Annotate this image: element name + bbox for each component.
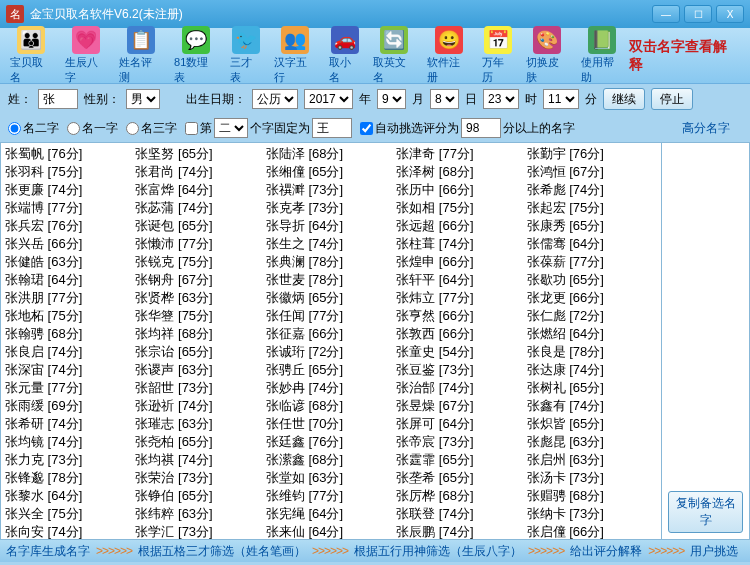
toolbar-取英文名[interactable]: 🔄取英文名 [367, 24, 422, 87]
minimize-button[interactable]: — [652, 5, 680, 23]
minute-select[interactable]: 11 [543, 89, 579, 109]
name-item[interactable]: 张勤宇 [76分] [527, 145, 657, 163]
name-item[interactable]: 张堂如 [63分] [266, 469, 396, 487]
name-item[interactable]: 张翰珺 [64分] [5, 271, 135, 289]
name-item[interactable]: 张诞包 [65分] [135, 217, 265, 235]
name-item[interactable]: 张诚珩 [72分] [266, 343, 396, 361]
name-item[interactable]: 张赗骋 [68分] [527, 487, 657, 505]
name-item[interactable]: 张黎水 [64分] [5, 487, 135, 505]
close-button[interactable]: X [716, 5, 744, 23]
name-item[interactable]: 张君尚 [74分] [135, 163, 265, 181]
name-item[interactable]: 张向安 [74分] [5, 523, 135, 540]
name-item[interactable]: 张学汇 [73分] [135, 523, 265, 540]
name-item[interactable]: 张达康 [74分] [527, 361, 657, 379]
name-item[interactable]: 张治郜 [74分] [396, 379, 526, 397]
name-item[interactable]: 张汤卡 [73分] [527, 469, 657, 487]
name-item[interactable]: 张任世 [70分] [266, 415, 396, 433]
name-item[interactable]: 张屏可 [64分] [396, 415, 526, 433]
month-select[interactable]: 9 [377, 89, 406, 109]
name-item[interactable]: 张龙更 [66分] [527, 289, 657, 307]
name-item[interactable]: 张坚努 [65分] [135, 145, 265, 163]
name-item[interactable]: 张均祺 [74分] [135, 451, 265, 469]
name-item[interactable]: 张逊祈 [74分] [135, 397, 265, 415]
name-item[interactable]: 张树礼 [65分] [527, 379, 657, 397]
fix-char-input[interactable] [312, 118, 352, 138]
name-item[interactable]: 张如相 [75分] [396, 199, 526, 217]
name-item[interactable]: 张临谚 [68分] [266, 397, 396, 415]
auto-score-input[interactable] [461, 118, 501, 138]
name-item[interactable]: 张典澜 [78分] [266, 253, 396, 271]
year-select[interactable]: 2017 [304, 89, 353, 109]
name-item[interactable]: 张豆鉴 [73分] [396, 361, 526, 379]
name-item[interactable]: 张纬粹 [63分] [135, 505, 265, 523]
name-item[interactable]: 张亨然 [66分] [396, 307, 526, 325]
name-item[interactable]: 张更廉 [74分] [5, 181, 135, 199]
name-item[interactable]: 张苾蒲 [74分] [135, 199, 265, 217]
name-item[interactable]: 张健皓 [63分] [5, 253, 135, 271]
name-item[interactable]: 张起宏 [75分] [527, 199, 657, 217]
name-item[interactable]: 张敦西 [66分] [396, 325, 526, 343]
name-item[interactable]: 张兴岳 [66分] [5, 235, 135, 253]
name-item[interactable]: 张深宙 [74分] [5, 361, 135, 379]
name-item[interactable]: 张兴全 [75分] [5, 505, 135, 523]
name-item[interactable]: 张康秀 [65分] [527, 217, 657, 235]
name-item[interactable]: 张廷鑫 [76分] [266, 433, 396, 451]
checkbox-auto-filter[interactable] [360, 122, 373, 135]
toolbar-姓名评测[interactable]: 📋姓名评测 [113, 24, 168, 87]
toolbar-汉字五行[interactable]: 👥汉字五行 [268, 24, 323, 87]
toolbar-取小名[interactable]: 🚗取小名 [323, 24, 367, 87]
toolbar-切换皮肤[interactable]: 🎨切换皮肤 [520, 24, 575, 87]
name-item[interactable]: 张导折 [64分] [266, 217, 396, 235]
name-item[interactable]: 张昱燥 [67分] [396, 397, 526, 415]
name-item[interactable]: 张世麦 [78分] [266, 271, 396, 289]
name-item[interactable]: 张泽树 [68分] [396, 163, 526, 181]
name-item[interactable]: 张维钧 [77分] [266, 487, 396, 505]
name-item[interactable]: 张煌申 [66分] [396, 253, 526, 271]
name-item[interactable]: 张锋邈 [78分] [5, 469, 135, 487]
name-item[interactable]: 张启州 [63分] [527, 451, 657, 469]
name-item[interactable]: 张地柘 [75分] [5, 307, 135, 325]
calendar-select[interactable]: 公历 [252, 89, 298, 109]
name-item[interactable]: 张力克 [73分] [5, 451, 135, 469]
name-item[interactable]: 张羽科 [75分] [5, 163, 135, 181]
name-item[interactable]: 张兵宏 [76分] [5, 217, 135, 235]
name-item[interactable]: 张柱葺 [74分] [396, 235, 526, 253]
name-item[interactable]: 张华簦 [75分] [135, 307, 265, 325]
toolbar-宝贝取名[interactable]: 👪宝贝取名 [4, 24, 59, 87]
name-item[interactable]: 张启僮 [66分] [527, 523, 657, 540]
name-item[interactable]: 张征嘉 [66分] [266, 325, 396, 343]
name-item[interactable]: 张骋丘 [65分] [266, 361, 396, 379]
name-item[interactable]: 张潆鑫 [68分] [266, 451, 396, 469]
pos-select[interactable]: 二 [214, 118, 248, 138]
day-select[interactable]: 8 [430, 89, 459, 109]
name-item[interactable]: 张帝宸 [73分] [396, 433, 526, 451]
name-item[interactable]: 张任闻 [77分] [266, 307, 396, 325]
name-item[interactable]: 张宪绳 [64分] [266, 505, 396, 523]
name-item[interactable]: 张辰鹏 [74分] [396, 523, 526, 540]
name-item[interactable]: 张均镜 [74分] [5, 433, 135, 451]
surname-input[interactable] [38, 89, 78, 109]
toolbar-三才表[interactable]: 🐦三才表 [224, 24, 268, 87]
toolbar-万年历[interactable]: 📅万年历 [476, 24, 520, 87]
hour-select[interactable]: 23 [483, 89, 519, 109]
name-item[interactable]: 张历中 [66分] [396, 181, 526, 199]
name-item[interactable]: 张翰骋 [68分] [5, 325, 135, 343]
name-item[interactable]: 张鸿恒 [67分] [527, 163, 657, 181]
name-item[interactable]: 张洪朋 [77分] [5, 289, 135, 307]
name-item[interactable]: 张儒骞 [64分] [527, 235, 657, 253]
toolbar-软件注册[interactable]: 😀软件注册 [421, 24, 476, 87]
name-item[interactable]: 张锐克 [75分] [135, 253, 265, 271]
name-item[interactable]: 张霆霏 [65分] [396, 451, 526, 469]
name-item[interactable]: 张轩平 [64分] [396, 271, 526, 289]
radio-name1[interactable] [67, 122, 80, 135]
name-item[interactable]: 张葆薪 [77分] [527, 253, 657, 271]
name-item[interactable]: 张璀志 [63分] [135, 415, 265, 433]
name-item[interactable]: 张禩溿 [73分] [266, 181, 396, 199]
radio-name3[interactable] [126, 122, 139, 135]
name-item[interactable]: 张来仙 [64分] [266, 523, 396, 540]
name-item[interactable]: 张燃绍 [64分] [527, 325, 657, 343]
name-item[interactable]: 张蜀帆 [76分] [5, 145, 135, 163]
name-item[interactable]: 张纳卡 [73分] [527, 505, 657, 523]
name-item[interactable]: 张垄希 [65分] [396, 469, 526, 487]
toolbar-81数理表[interactable]: 💬81数理表 [168, 24, 224, 87]
